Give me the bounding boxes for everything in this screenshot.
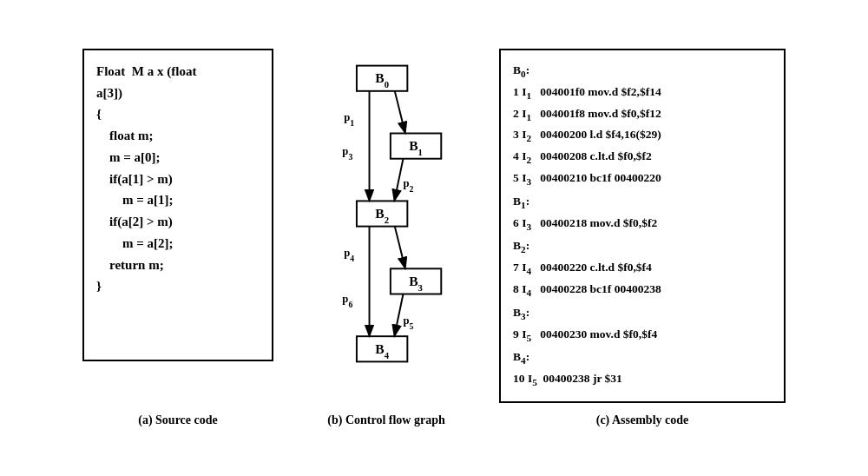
assembly-block-b3: B3: 9 I5 00400230 mov.d $f0,$f4 bbox=[513, 303, 772, 347]
code-line-2: a[3]) bbox=[96, 83, 260, 104]
code-line-6: if(a[1] > m) bbox=[96, 169, 260, 190]
edge-b2-b3 bbox=[395, 227, 405, 268]
edge-p1-label: p1 bbox=[344, 111, 354, 127]
asm-line-4: 4 I2 00400208 c.lt.d $f0,$f2 bbox=[513, 147, 772, 169]
panel-source-code: Float M a x (float a[3]) { float m; m = … bbox=[82, 49, 273, 361]
asm-line-1: 1 I1 004001f0 mov.d $f2,$f14 bbox=[513, 83, 772, 104]
edge-p2-label: p2 bbox=[403, 177, 413, 194]
code-line-10: return m; bbox=[96, 255, 260, 276]
captions-row: (a) Source code (b) Control flow graph (… bbox=[17, 413, 851, 427]
caption-c: (c) Assembly code bbox=[499, 413, 786, 427]
source-code-text: Float M a x (float a[3]) { float m; m = … bbox=[96, 61, 260, 297]
block-b3-header: B3: bbox=[513, 303, 772, 325]
code-line-8: if(a[2] > m) bbox=[96, 211, 260, 233]
asm-line-5: 5 I3 00400210 bc1f 00400220 bbox=[513, 169, 772, 190]
panel-cfg: B0 B1 B2 B3 B4 p1 p3 p2 p4 bbox=[291, 49, 482, 379]
edge-b3-b4 bbox=[395, 294, 404, 334]
assembly-block-b0: B0: 1 I1 004001f0 mov.d $f2,$f14 2 I1 00… bbox=[513, 61, 772, 190]
code-line-3: { bbox=[96, 103, 260, 125]
caption-a: (a) Source code bbox=[82, 413, 273, 427]
asm-line-6: 6 I3 00400218 mov.d $f0,$f2 bbox=[513, 214, 772, 235]
edge-b1-b2 bbox=[395, 159, 404, 200]
asm-line-7: 7 I4 00400220 c.lt.d $f0,$f4 bbox=[513, 258, 772, 280]
asm-line-8: 8 I4 00400228 bc1f 00400238 bbox=[513, 280, 772, 301]
block-b0-header: B0: bbox=[513, 61, 772, 83]
block-b1-header: B1: bbox=[513, 192, 772, 214]
code-line-7: m = a[1]; bbox=[96, 189, 260, 211]
edge-p4-label: p4 bbox=[344, 247, 354, 263]
cfg-svg: B0 B1 B2 B3 B4 p1 p3 p2 p4 bbox=[299, 53, 473, 374]
block-b2-header: B2: bbox=[513, 236, 772, 258]
assembly-block-b2: B2: 7 I4 00400220 c.lt.d $f0,$f4 8 I4 00… bbox=[513, 236, 772, 301]
edge-p5-label: p5 bbox=[403, 314, 413, 330]
asm-line-2: 2 I1 004001f8 mov.d $f0,$f12 bbox=[513, 104, 772, 126]
edge-b0-b1 bbox=[395, 91, 405, 132]
edge-p6-label: p6 bbox=[342, 293, 352, 309]
code-line-9: m = a[2]; bbox=[96, 233, 260, 255]
asm-line-10: 10 I5 00400238 jr $31 bbox=[513, 369, 772, 391]
edge-p3-label: p3 bbox=[342, 145, 352, 162]
caption-b: (b) Control flow graph bbox=[291, 413, 482, 427]
assembly-block-b4: B4: 10 I5 00400238 jr $31 bbox=[513, 347, 772, 391]
code-line-1: Float M a x (float bbox=[96, 61, 260, 83]
code-line-4: float m; bbox=[96, 125, 260, 147]
asm-line-9: 9 I5 00400230 mov.d $f0,$f4 bbox=[513, 325, 772, 347]
asm-line-3: 3 I2 00400200 l.d $f4,16($29) bbox=[513, 125, 772, 147]
main-content: Float M a x (float a[3]) { float m; m = … bbox=[17, 49, 851, 403]
assembly-block-b1: B1: 6 I3 00400218 mov.d $f0,$f2 bbox=[513, 192, 772, 235]
code-line-11: } bbox=[96, 275, 260, 297]
code-line-5: m = a[0]; bbox=[96, 147, 260, 169]
block-b4-header: B4: bbox=[513, 347, 772, 369]
panel-assembly: B0: 1 I1 004001f0 mov.d $f2,$f14 2 I1 00… bbox=[499, 49, 786, 403]
